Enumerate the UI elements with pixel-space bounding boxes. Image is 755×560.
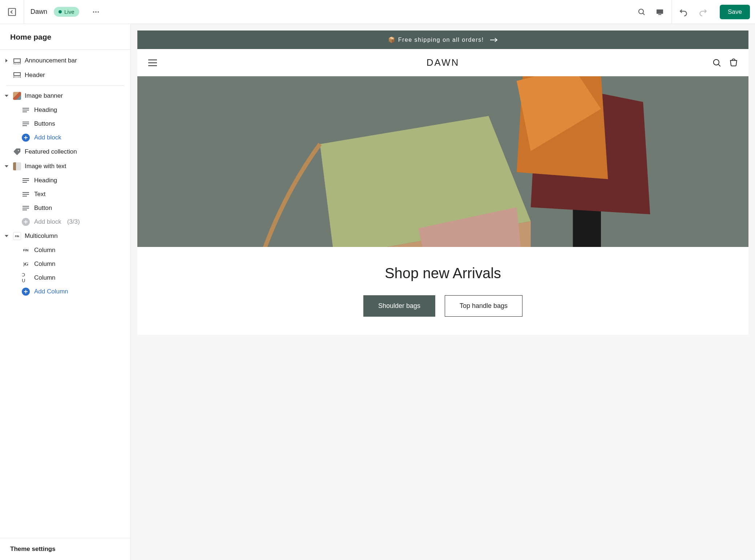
section-image-with-text[interactable]: Image with text [0,159,130,174]
block-buttons[interactable]: Buttons [14,117,130,131]
hero-content: Shop new Arrivals Shoulder bags Top hand… [137,247,748,335]
hero-heading: Shop new Arrivals [145,265,741,281]
block-label: Button [34,204,52,212]
caret-down-icon[interactable] [4,93,9,99]
section-label: Announcement bar [25,57,77,64]
block-label: Column [34,274,56,281]
theme-name: Dawn [31,8,47,16]
save-button[interactable]: Save [720,5,750,19]
add-column-button[interactable]: Add Column [14,285,130,299]
svg-rect-5 [657,9,663,14]
caret-down-icon[interactable] [4,163,9,169]
thumb-icon [13,162,21,170]
search-icon[interactable] [635,5,648,19]
section-label: Image with text [25,163,66,170]
svg-point-4 [639,9,643,14]
hamburger-icon[interactable] [148,59,158,67]
announcement-text: 📦 Free shipping on all orders! [388,36,484,43]
column-thumb-icon: )G [22,260,30,268]
block-label: Buttons [34,120,55,127]
svg-rect-0 [8,8,16,16]
search-icon[interactable] [712,58,722,68]
column-thumb-icon: Ͻ Ս [22,274,30,282]
topbar: Dawn Live Save [0,0,755,24]
redo-button[interactable] [697,5,710,19]
column-thumb-icon: FIN [22,246,30,254]
section-announcement-bar[interactable]: Announcement bar [0,53,130,68]
block-button[interactable]: Button [14,201,130,215]
plus-circle-icon [22,134,30,142]
caret-right-icon[interactable] [4,58,9,64]
svg-point-2 [95,11,97,13]
preview-pane: 📦 Free shipping on all orders! DAWN [131,24,755,560]
svg-point-1 [93,11,94,13]
section-image-banner[interactable]: Image banner [0,89,130,103]
thumb-icon: FIN [13,232,21,240]
block-heading[interactable]: Heading [14,174,130,187]
site-header: DAWN [137,49,748,76]
block-column[interactable]: Ͻ Ս Column [14,271,130,285]
svg-point-23 [18,150,19,151]
text-lines-icon [22,120,30,128]
announcement-bar[interactable]: 📦 Free shipping on all orders! [137,31,748,49]
page-title: Home page [0,24,130,50]
theme-title-area: Dawn Live [24,7,86,17]
more-button[interactable] [89,5,102,19]
block-text[interactable]: Text [14,187,130,201]
block-column[interactable]: FIN Column [14,243,130,257]
add-block-button-disabled: Add block (3/3) [14,215,130,229]
section-label: Image banner [25,92,63,100]
svg-rect-6 [658,14,661,15]
section-label: Header [25,72,45,79]
section-icon [13,57,21,65]
block-label: Column [34,247,56,254]
viewport-desktop-icon[interactable] [653,5,666,19]
theme-settings-button[interactable]: Theme settings [0,538,130,560]
hero-button-primary[interactable]: Shoulder bags [363,295,435,317]
block-column[interactable]: )G Column [14,257,130,271]
text-lines-icon [22,204,30,212]
tag-icon [13,148,21,156]
thumb-icon [13,92,21,100]
section-featured-collection[interactable]: Featured collection [0,145,130,159]
block-label: Text [34,191,45,198]
add-count: (3/3) [67,218,80,226]
hero-image [137,76,748,247]
undo-button[interactable] [677,5,690,19]
section-label: Multicolumn [25,232,58,240]
caret-down-icon[interactable] [4,233,9,239]
svg-point-3 [97,11,99,13]
text-lines-icon [22,106,30,114]
text-lines-icon [22,176,30,184]
back-button[interactable] [0,0,24,24]
text-lines-icon [22,190,30,198]
add-block-button[interactable]: Add block [14,131,130,145]
plus-circle-icon [22,288,30,296]
svg-point-41 [714,59,719,65]
arrow-right-icon [490,37,498,42]
cart-icon[interactable] [729,58,738,68]
section-header[interactable]: Header [0,68,130,82]
section-label: Featured collection [25,148,77,155]
block-label: Heading [34,177,57,184]
section-multicolumn[interactable]: FIN Multicolumn [0,229,130,243]
plus-circle-icon [22,218,30,226]
hero-button-secondary[interactable]: Top handle bags [445,295,522,317]
add-label: Add Column [34,288,68,295]
site-brand[interactable]: DAWN [427,57,459,68]
svg-rect-7 [14,59,20,62]
sidebar: Home page Announcement bar [0,24,131,560]
svg-rect-11 [14,73,20,76]
add-label: Add block [34,218,61,226]
block-label: Column [34,260,56,268]
add-label: Add block [34,134,61,141]
block-label: Heading [34,106,57,114]
live-badge: Live [54,7,79,17]
section-icon [13,71,21,79]
block-heading[interactable]: Heading [14,103,130,117]
